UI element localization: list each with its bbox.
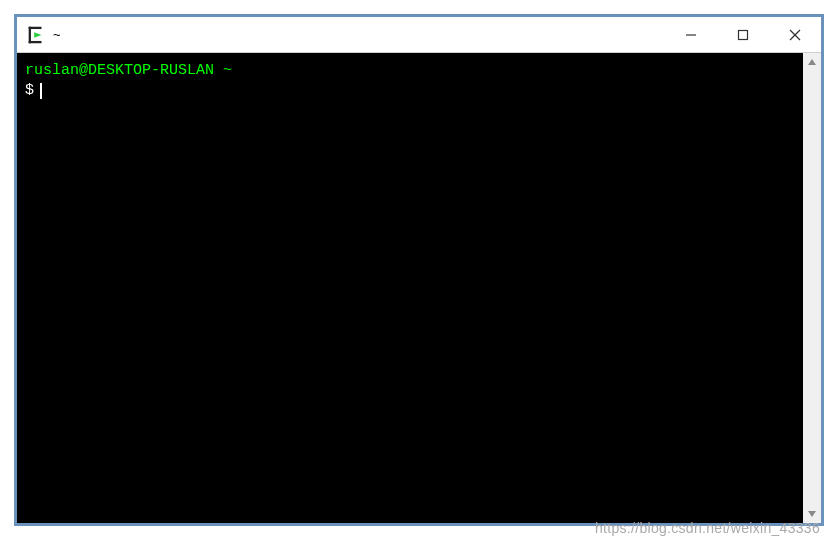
svg-rect-0 <box>29 26 31 43</box>
terminal-window: ~ ruslan@DESKTOP-RUSLAN ~ $ <box>14 14 824 526</box>
close-button[interactable] <box>769 17 821 52</box>
prompt-user-host: ruslan@DESKTOP-RUSLAN <box>25 62 214 79</box>
scroll-up-icon[interactable] <box>803 53 821 71</box>
prompt-path: ~ <box>223 62 232 79</box>
svg-rect-1 <box>29 26 42 28</box>
prompt-symbol: $ <box>25 81 34 101</box>
svg-marker-3 <box>34 32 41 38</box>
terminal-area[interactable]: ruslan@DESKTOP-RUSLAN ~ $ <box>17 53 803 523</box>
svg-rect-5 <box>739 30 748 39</box>
window-title: ~ <box>53 27 61 42</box>
window-controls <box>665 17 821 52</box>
scrollbar[interactable] <box>803 53 821 523</box>
titlebar-left: ~ <box>17 24 665 46</box>
input-line[interactable]: $ <box>25 81 795 101</box>
titlebar: ~ <box>17 17 821 53</box>
prompt-line: ruslan@DESKTOP-RUSLAN ~ <box>25 61 795 81</box>
text-cursor <box>40 83 42 99</box>
svg-marker-8 <box>808 59 816 65</box>
svg-rect-2 <box>29 40 42 42</box>
terminal-container: ruslan@DESKTOP-RUSLAN ~ $ <box>17 53 821 523</box>
minimize-button[interactable] <box>665 17 717 52</box>
watermark: https://blog.csdn.net/weixin_43336 <box>595 520 820 536</box>
maximize-button[interactable] <box>717 17 769 52</box>
app-icon <box>25 24 47 46</box>
svg-marker-9 <box>808 511 816 517</box>
